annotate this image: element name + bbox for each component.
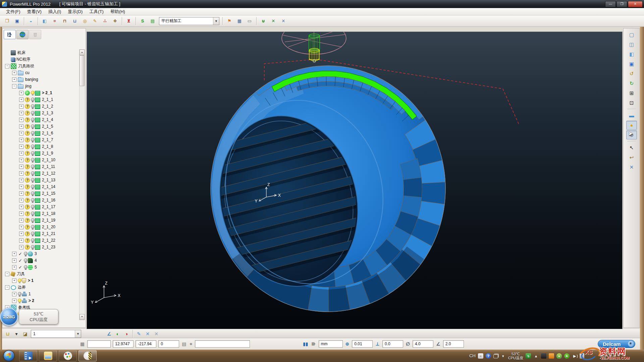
tree-item-label[interactable]: 边界	[18, 285, 26, 290]
volume-icon[interactable]	[572, 353, 577, 359]
expander-plus-icon[interactable]: +	[12, 279, 16, 283]
tree-item-label[interactable]: cu	[25, 70, 30, 75]
tree-item-刀具[interactable]: −刀具	[3, 270, 80, 277]
workplane-edit-button[interactable]: ∠	[105, 330, 113, 338]
tree-item-刀具路径[interactable]: −刀具路径	[3, 63, 80, 69]
expander-plus-icon[interactable]: +	[19, 198, 23, 202]
open-project-button[interactable]: ❐	[2, 16, 12, 26]
menu-item-3[interactable]: 显示(D)	[64, 8, 86, 15]
tree-item-label[interactable]: banjing	[25, 77, 38, 82]
mill-machine-button[interactable]: ⊻	[124, 16, 133, 26]
expander-plus-icon[interactable]: +	[12, 252, 16, 256]
expander-plus-icon[interactable]: +	[12, 265, 16, 269]
tree-item-label[interactable]: > 2	[29, 298, 34, 303]
tree-item-label[interactable]: 2_1_5	[42, 124, 53, 129]
tree-item-2_1_21[interactable]: +2_1_21	[3, 230, 80, 237]
taskbar-media-app[interactable]	[19, 350, 37, 361]
toolpath-folder-button[interactable]: ❖	[110, 16, 120, 26]
shield-icon[interactable]	[556, 353, 562, 359]
undo-select-icon[interactable]: ↩	[626, 153, 637, 162]
scroll-thumb[interactable]	[79, 55, 85, 86]
right-toolbar-close-icon[interactable]: ✕	[626, 163, 637, 172]
chat-icon[interactable]	[549, 353, 554, 359]
restore-icon[interactable]	[493, 354, 498, 358]
menu-item-0[interactable]: 文件(F)	[3, 8, 24, 15]
view-iso1-icon[interactable]: ▢	[626, 30, 637, 39]
tree-item-2_1_20[interactable]: +2_1_20	[3, 224, 80, 230]
tree-item-label[interactable]: 2_1_17	[42, 204, 55, 209]
tree-item-label[interactable]: 2_1_10	[42, 158, 55, 162]
expander-plus-icon[interactable]: +	[19, 158, 23, 162]
expander-plus-icon[interactable]: +	[19, 185, 23, 189]
tree-item-label[interactable]: 2_1_18	[42, 211, 55, 216]
statusbar-input[interactable]	[195, 340, 250, 348]
expander-plus-icon[interactable]: +	[19, 171, 23, 176]
explorer-globe-tab[interactable]	[16, 30, 29, 39]
ball-view-icon[interactable]: ●	[626, 121, 637, 130]
tree-item-3[interactable]: +3	[3, 250, 80, 257]
keyboard-icon[interactable]	[478, 353, 483, 359]
menu-item-4[interactable]: 工具(T)	[86, 8, 107, 15]
toggle-green-red-a-button[interactable]: ◐	[113, 330, 122, 338]
expander-minus-icon[interactable]: −	[5, 285, 9, 290]
start-button[interactable]	[3, 350, 14, 361]
tree-item-2_1_19[interactable]: +2_1_19	[3, 217, 80, 224]
expander-plus-icon[interactable]: +	[19, 205, 23, 209]
cpu-temp-widget[interactable]: 2.28G 53℃ CPU温度	[0, 308, 58, 326]
transform-toolpath-button[interactable]: ✕	[269, 16, 278, 26]
tool-dropdown-arrow[interactable]: ▾	[12, 330, 21, 338]
tree-item-label[interactable]: 2_1_1	[42, 97, 53, 102]
memory-ball[interactable]: 2.28G	[0, 308, 18, 326]
tree-item-label[interactable]: NC程序	[16, 57, 30, 62]
tree-item-4[interactable]: +4	[3, 257, 80, 264]
scroll-up-arrow[interactable]: ▲	[79, 50, 85, 55]
strategy-combo[interactable]: 平行精加工▼	[159, 17, 219, 25]
tool-holder-button[interactable]: ⊎	[259, 16, 268, 26]
tree-item-2_1_7[interactable]: +2_1_7	[3, 136, 80, 143]
tree-item-label[interactable]: > 1	[28, 278, 34, 283]
tree-item-> 1[interactable]: +> 1	[3, 277, 80, 284]
viewmill-kettle-button[interactable]: ◒	[26, 16, 36, 26]
shaded-block-icon[interactable]: ▬	[626, 111, 637, 120]
expander-plus-icon[interactable]: +	[19, 138, 23, 142]
active-tool-button[interactable]: ⊔	[3, 330, 12, 338]
explorer-tree-tab[interactable]	[4, 30, 16, 39]
pattern-curve-button[interactable]: S	[138, 16, 147, 26]
tree-item-label[interactable]: 2_1_2	[42, 104, 53, 109]
save-project-button[interactable]: ▣	[12, 16, 22, 26]
expander-plus-icon[interactable]: +	[19, 218, 23, 223]
expander-plus-icon[interactable]: +	[19, 124, 23, 129]
block-button[interactable]: ◧	[40, 16, 49, 26]
usb-icon[interactable]	[526, 353, 531, 359]
tree-item-label[interactable]: 机床	[17, 50, 25, 56]
expander-plus-icon[interactable]: +	[19, 131, 23, 135]
expander-plus-icon[interactable]: +	[19, 232, 23, 236]
simulate-flag-button[interactable]: ⚑	[225, 16, 234, 26]
tree-item-label[interactable]: 2_1_9	[42, 151, 53, 156]
strategy-combo-arrow-icon[interactable]: ▼	[213, 17, 219, 25]
menu-item-1[interactable]: 查看(V)	[24, 8, 45, 15]
zoom-box-icon[interactable]: ⊡	[626, 98, 637, 107]
scroll-down-arrow[interactable]: ▼	[79, 314, 85, 320]
tool-number-combo[interactable]: 1▼	[31, 330, 81, 338]
tree-item-2_1_12[interactable]: +2_1_12	[3, 170, 80, 177]
plus-icon[interactable]	[564, 353, 570, 359]
tree-item-2_1_17[interactable]: +2_1_17	[3, 203, 80, 210]
feed-rate-button[interactable]: ≡	[50, 16, 59, 26]
taskbar-explorer-app[interactable]	[39, 350, 57, 361]
tree-item-2_1_1[interactable]: +2_1_1	[3, 96, 80, 103]
menu-item-2[interactable]: 插入(I)	[45, 8, 64, 15]
expander-plus-icon[interactable]: +	[19, 225, 23, 229]
tree-item-label[interactable]: 2_1_4	[42, 117, 53, 122]
point-distribution-button[interactable]: ∴	[100, 16, 110, 26]
tree-item-label[interactable]: 5	[35, 265, 37, 269]
expander-plus-icon[interactable]: +	[12, 258, 16, 263]
expander-plus-icon[interactable]: +	[12, 71, 16, 75]
minimize-button[interactable]: —	[605, 1, 616, 7]
refresh-view-icon[interactable]: ↻	[626, 79, 637, 88]
tree-item-label[interactable]: 2_1_15	[42, 191, 55, 196]
expander-plus-icon[interactable]: +	[19, 98, 23, 102]
tree-item-2_1_5[interactable]: +2_1_5	[3, 123, 80, 130]
expander-minus-icon[interactable]: −	[5, 272, 9, 276]
printer-icon[interactable]	[541, 353, 546, 359]
